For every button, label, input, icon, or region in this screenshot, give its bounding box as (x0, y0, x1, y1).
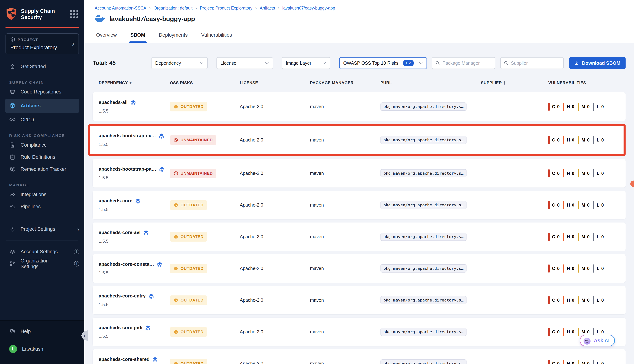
table-row[interactable]: apacheds-core-entry 1.5.5 OUTDATED Apach… (93, 286, 625, 314)
breadcrumb-project[interactable]: Project: Product Exploratory (200, 6, 252, 11)
sidebar-item-remediation-tracker[interactable]: Remediation Tracker (0, 163, 84, 175)
box-wrench-icon (9, 166, 16, 172)
sidebar-item-code-repositories[interactable]: Code Repositories (0, 86, 84, 98)
breadcrumb-organization[interactable]: Organization: default (154, 6, 192, 11)
clock-icon (174, 298, 178, 302)
low-count: L 0 (597, 104, 604, 109)
project-selector[interactable]: PROJECT Product Exploratory › (6, 33, 79, 54)
section-supply-chain: SUPPLY CHAIN (9, 80, 84, 85)
oss-risk-cell: OUTDATED (170, 264, 240, 273)
sidebar-item-organization-settings[interactable]: Organization Settings i (0, 258, 84, 270)
critical-bar (548, 103, 550, 111)
dependency-cell: apacheds-core 1.5.5 (99, 198, 170, 212)
critical-count: C 0 (552, 361, 560, 364)
sort-updown-icon[interactable]: ▴▾ (504, 81, 505, 85)
table-row[interactable]: apacheds-core 1.5.5 OUTDATED Apache-2.0 (93, 191, 625, 219)
sidebar-item-project-settings[interactable]: Project Settings › (0, 223, 84, 235)
table-row[interactable]: apacheds-core-consta… 1.5.5 OUTDATED Apa… (93, 254, 625, 282)
sidebar-item-rule-definitions[interactable]: Rule Definitions (0, 151, 84, 163)
filter-dependency[interactable]: Dependency (151, 57, 208, 69)
package-manager-input[interactable] (443, 60, 486, 66)
dependency-version: 1.5.5 (99, 108, 170, 114)
package-manager-cell: maven (310, 171, 381, 176)
app-switcher-grid-icon[interactable] (70, 10, 78, 18)
info-icon[interactable]: i (74, 261, 79, 266)
risk-badge: OUTDATED (170, 327, 207, 337)
high-count: H 0 (567, 361, 574, 364)
tab-vulnerabilities[interactable]: Vulnerabilities (200, 28, 233, 43)
purl-chip[interactable]: pkg:maven/org.apache.directory.s… (381, 201, 467, 209)
license-cell: Apache-2.0 (240, 329, 310, 334)
critical-bar (548, 233, 550, 241)
sidebar-item-integrations[interactable]: Integrations (0, 188, 84, 200)
user-menu[interactable]: L Lavakush (0, 343, 84, 355)
ai-robot-icon (583, 336, 591, 345)
sort-desc-icon[interactable]: ▾ (130, 81, 132, 85)
chevron-right-icon: › (77, 226, 79, 233)
title-row: lavakush07/easy-buggy-app (95, 14, 624, 24)
ask-ai-button[interactable]: Ask AI (580, 335, 615, 346)
medium-bar (578, 328, 579, 336)
critical-count: C 0 (552, 138, 560, 142)
info-icon[interactable]: i (74, 249, 79, 254)
vulnerabilities-cell: C 0 H 0 M 0 L 0 (548, 360, 625, 364)
tab-sbom[interactable]: SBOM (129, 28, 147, 43)
critical-bar (548, 169, 550, 178)
column-dependency[interactable]: DEPENDENCY ▾ (99, 80, 170, 85)
table-row[interactable]: apacheds-bootstrap-pa… 1.5.5 UNMAINTAINE… (93, 159, 625, 188)
supplier-input[interactable] (511, 60, 555, 66)
purl-chip[interactable]: pkg:maven/org.apache.directory.s… (381, 264, 467, 272)
license-cell: Apache-2.0 (240, 171, 310, 176)
breadcrumb-artifact-name[interactable]: lavakush07/easy-buggy-app (282, 6, 335, 11)
purl-chip[interactable]: pkg:maven/org.apache.directory.s… (381, 136, 467, 144)
purl-chip[interactable]: pkg:maven/org.apache.directory.s… (381, 102, 467, 111)
sidebar-item-compliance[interactable]: Compliance (0, 139, 84, 151)
purl-chip[interactable]: pkg:maven/org.apache.directory.s… (381, 328, 467, 336)
critical-count: C 0 (552, 202, 560, 208)
sidebar-item-cicd[interactable]: CI/CD (0, 114, 84, 126)
help-chat-icon (9, 329, 16, 334)
low-bar (593, 201, 594, 209)
filter-image-layer[interactable]: Image Layer (282, 57, 331, 69)
filter-license[interactable]: License (216, 57, 273, 69)
download-sbom-button[interactable]: Download SBOM (569, 57, 625, 69)
chevron-down-icon (419, 62, 423, 64)
table-row[interactable]: apacheds-core-jndi 1.5.5 OUTDATED Apache… (93, 318, 625, 346)
tab-overview[interactable]: Overview (95, 28, 118, 43)
purl-chip[interactable]: pkg:maven/org.apache.directory.s… (381, 169, 467, 178)
sidebar-item-pipelines[interactable]: Pipelines (0, 200, 84, 212)
project-name: Product Exploratory (10, 44, 74, 50)
critical-count: C 0 (552, 329, 560, 334)
sidebar-item-artifacts[interactable]: Artifacts (5, 98, 79, 113)
filter-owasp-risks[interactable]: OWASP OSS Top 10 Risks 02 (339, 57, 427, 69)
medium-count: M 0 (581, 329, 590, 334)
purl-cell: pkg:maven/org.apache.directory.s… (381, 104, 481, 109)
integrations-icon (9, 192, 16, 197)
chevron-separator-icon: › (196, 6, 197, 11)
sidebar-item-get-started[interactable]: Get Started (0, 60, 84, 72)
purl-chip[interactable]: pkg:maven/org.apache.directory.s… (381, 360, 467, 364)
purl-cell: pkg:maven/org.apache.directory.s… (381, 361, 481, 364)
medium-count: M 0 (581, 104, 590, 109)
high-count: H 0 (567, 298, 574, 303)
table-row[interactable]: apacheds-bootstrap-ex… 1.5.5 UNMAINTAINE… (90, 126, 623, 154)
help-button[interactable]: Help (0, 325, 84, 338)
sidebar-item-account-settings[interactable]: Account Settings i (0, 246, 84, 258)
column-supplier[interactable]: SUPPLIER ▴▾ (481, 80, 548, 85)
table-row[interactable]: apacheds-core-avl 1.5.5 OUTDATED Apache-… (93, 222, 625, 251)
chevron-down-icon (322, 62, 326, 64)
purl-chip[interactable]: pkg:maven/org.apache.directory.s… (381, 296, 467, 304)
breadcrumb-account[interactable]: Account: Automation-SSCA (95, 6, 146, 11)
breadcrumb-artifacts[interactable]: Artifacts (260, 6, 275, 11)
table-row[interactable]: apacheds-core-shared 1.5.5 OUTDATED Apac… (93, 349, 625, 364)
risk-badge: OUTDATED (170, 359, 207, 364)
layers-gear-icon (9, 249, 16, 254)
purl-chip[interactable]: pkg:maven/org.apache.directory.s… (381, 232, 467, 241)
risk-badge: OUTDATED (170, 232, 207, 242)
dependency-name: apacheds-bootstrap-ex… (99, 133, 156, 138)
critical-count: C 0 (552, 266, 560, 271)
low-count: L 0 (597, 361, 604, 364)
table-row[interactable]: apacheds-all 1.5.5 OUTDATED Apache-2.0 (93, 92, 625, 121)
docker-icon (95, 14, 105, 24)
tab-deployments[interactable]: Deployments (157, 28, 189, 43)
